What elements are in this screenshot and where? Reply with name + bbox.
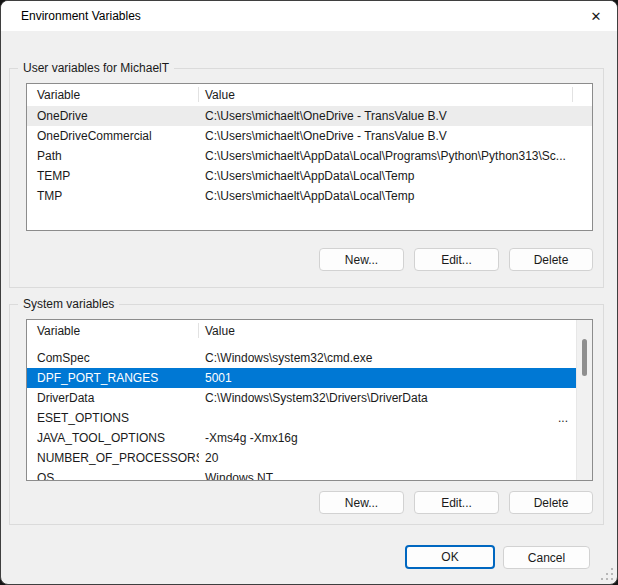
cell-variable: OS [27, 468, 199, 481]
system-new-button[interactable]: New... [319, 491, 404, 514]
user-variables-group-label: User variables for MichaelT [18, 61, 174, 76]
cell-variable: DPF_PORT_RANGES [27, 368, 199, 388]
table-row[interactable]: NUMBER_OF_PROCESSORS 20 [27, 448, 576, 468]
cell-value: Windows NT [199, 468, 576, 481]
user-new-button[interactable]: New... [319, 248, 404, 271]
cell-variable: JAVA_TOOL_OPTIONS [27, 428, 199, 448]
column-header-variable[interactable]: Variable [37, 84, 80, 106]
table-body: OneDrive C:\Users\michaelt\OneDrive - Tr… [27, 106, 592, 206]
column-header-variable[interactable]: Variable [37, 320, 80, 342]
environment-variables-dialog: Environment Variables ✕ User variables f… [0, 0, 618, 585]
user-delete-button[interactable]: Delete [509, 248, 593, 271]
table-body: ComSpec C:\Windows\system32\cmd.exe DPF_… [27, 348, 576, 481]
table-row[interactable]: JAVA_TOOL_OPTIONS -Xms4g -Xmx16g [27, 428, 576, 448]
table-row[interactable]: ESET_OPTIONS ... [27, 408, 576, 428]
system-edit-button[interactable]: Edit... [414, 491, 499, 514]
title-bar: Environment Variables ✕ [1, 1, 617, 31]
cell-variable: TMP [27, 186, 199, 206]
cell-variable: TEMP [27, 166, 199, 186]
system-variables-group-label: System variables [18, 297, 119, 312]
column-divider[interactable] [572, 87, 573, 102]
close-button[interactable]: ✕ [583, 4, 609, 28]
cell-value: C:\Users\michaelt\AppData\Local\Programs… [199, 146, 592, 166]
vertical-scrollbar[interactable] [576, 320, 592, 480]
table-header: Variable Value [27, 84, 592, 105]
cell-value: C:\Users\michaelt\OneDrive - TransValue … [199, 126, 592, 146]
cell-variable: DriverData [27, 388, 199, 408]
cell-value: C:\Windows\System32\Drivers\DriverData [199, 388, 576, 408]
system-variables-table[interactable]: Variable Value ComSpec C:\Windows\system… [26, 319, 593, 481]
user-variables-table[interactable]: Variable Value OneDrive C:\Users\michael… [26, 83, 593, 231]
table-row[interactable]: Path C:\Users\michaelt\AppData\Local\Pro… [27, 146, 592, 166]
cell-value: C:\Users\michaelt\AppData\Local\Temp [199, 166, 592, 186]
cell-value: C:\Users\michaelt\AppData\Local\Temp [199, 186, 592, 206]
cell-variable: OneDrive [27, 106, 199, 126]
cancel-button[interactable]: Cancel [503, 546, 590, 569]
column-header-value[interactable]: Value [205, 84, 235, 106]
cell-value: ... [199, 408, 576, 428]
user-edit-button[interactable]: Edit... [414, 248, 499, 271]
column-divider[interactable] [198, 323, 199, 338]
cell-variable: Path [27, 146, 199, 166]
table-row-selected[interactable]: DPF_PORT_RANGES 5001 [27, 368, 576, 388]
cell-variable: ESET_OPTIONS [27, 408, 199, 428]
cell-variable: ComSpec [27, 348, 199, 368]
cell-variable: OneDriveCommercial [27, 126, 199, 146]
cell-value: C:\Windows\system32\cmd.exe [199, 348, 576, 368]
cell-value: C:\Users\michaelt\OneDrive - TransValue … [199, 106, 592, 126]
cell-value: 20 [199, 448, 576, 468]
table-row[interactable]: OS Windows NT [27, 468, 576, 481]
cell-value: 5001 [199, 368, 576, 388]
close-icon: ✕ [591, 10, 602, 23]
window-title: Environment Variables [21, 9, 141, 23]
resize-grip[interactable] [601, 568, 613, 580]
table-row[interactable]: OneDrive C:\Users\michaelt\OneDrive - Tr… [27, 106, 592, 126]
table-row[interactable]: OneDriveCommercial C:\Users\michaelt\One… [27, 126, 592, 146]
table-row[interactable]: TEMP C:\Users\michaelt\AppData\Local\Tem… [27, 166, 592, 186]
cell-variable: NUMBER_OF_PROCESSORS [27, 448, 199, 468]
system-delete-button[interactable]: Delete [509, 491, 593, 514]
ok-button[interactable]: OK [405, 545, 495, 569]
column-divider[interactable] [198, 87, 199, 102]
table-row[interactable]: ComSpec C:\Windows\system32\cmd.exe [27, 348, 576, 368]
cell-value: -Xms4g -Xmx16g [199, 428, 576, 448]
column-header-value[interactable]: Value [205, 320, 235, 342]
table-header: Variable Value [27, 320, 592, 341]
table-row[interactable]: DriverData C:\Windows\System32\Drivers\D… [27, 388, 576, 408]
table-row[interactable]: TMP C:\Users\michaelt\AppData\Local\Temp [27, 186, 592, 206]
scrollbar-thumb[interactable] [582, 339, 587, 376]
